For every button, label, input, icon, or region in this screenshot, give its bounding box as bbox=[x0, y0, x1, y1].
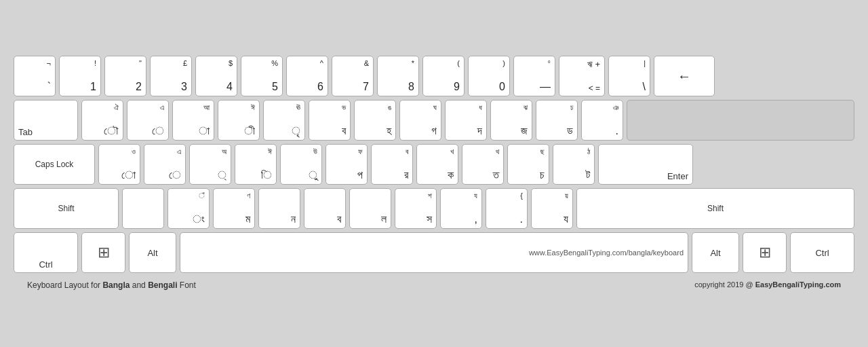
tab-key[interactable]: Tab bbox=[14, 100, 78, 141]
shift-right-label: Shift bbox=[707, 204, 724, 213]
key-w[interactable]: এ ে bbox=[127, 100, 169, 141]
ctrl-left-label: Ctrl bbox=[39, 259, 52, 270]
key-r[interactable]: ঈ ী bbox=[218, 100, 260, 141]
key-a[interactable]: ও ো bbox=[98, 144, 140, 185]
win-left-icon: ⊞ bbox=[98, 244, 110, 261]
key-bracket-l[interactable]: ঢ ড bbox=[536, 100, 578, 141]
win-right-icon: ⊞ bbox=[759, 244, 771, 261]
ctrl-left-key[interactable]: Ctrl bbox=[14, 232, 78, 273]
backspace-key[interactable]: ← bbox=[654, 56, 715, 96]
key-l[interactable]: থ ত bbox=[462, 144, 504, 185]
alt-right-label: Alt bbox=[710, 248, 720, 258]
tab-label: Tab bbox=[18, 127, 33, 137]
key-1[interactable]: ! 1 bbox=[59, 56, 101, 96]
key-equals[interactable]: ঋ + < = bbox=[559, 56, 605, 96]
key-period[interactable]: { . bbox=[486, 188, 528, 229]
win-left-key[interactable]: ⊞ bbox=[81, 232, 125, 273]
shift-left-key[interactable]: Shift bbox=[14, 188, 119, 229]
footer-left: Keyboard Layout for Bangla and Bengali F… bbox=[27, 280, 196, 290]
key-comma[interactable]: য , bbox=[440, 188, 482, 229]
key-o[interactable]: ধ দ bbox=[445, 100, 487, 141]
key-semicolon[interactable]: ছ চ bbox=[507, 144, 549, 185]
key-5[interactable]: % 5 bbox=[241, 56, 283, 96]
number-row: ¬ ` ! 1 " 2 £ 3 $ 4 % 5 ^ 6 & 7 bbox=[14, 56, 854, 96]
zxcv-row: Shift ঁ ং ণ ম ন ব ল শ স য bbox=[14, 188, 854, 229]
asdf-row: Caps Lock ও ো এ ে অ ্ ঈ ি উ ু ফ প ব র bbox=[14, 144, 854, 185]
key-u[interactable]: ঙ হ bbox=[354, 100, 396, 141]
alt-right-key[interactable]: Alt bbox=[692, 232, 739, 273]
ctrl-right-key[interactable]: Ctrl bbox=[790, 232, 854, 273]
key-h[interactable]: ফ প bbox=[326, 144, 368, 185]
key-quote[interactable]: ঠ ট bbox=[553, 144, 595, 185]
key-f[interactable]: ঈ ি bbox=[235, 144, 277, 185]
key-backtick[interactable]: ¬ ` bbox=[14, 56, 56, 96]
ctrl-right-label: Ctrl bbox=[815, 248, 829, 258]
footer-right-text: copyright 2019 @ EasyBengaliTyping.com bbox=[694, 280, 841, 289]
space-url-text: www.EasyBengaliTyping.com/bangla/keyboar… bbox=[529, 249, 684, 257]
key-q[interactable]: ঐ ৌ bbox=[81, 100, 123, 141]
key-bracket-r[interactable]: ঞ . bbox=[581, 100, 623, 141]
shift-left-label: Shift bbox=[58, 204, 74, 213]
key-4[interactable]: $ 4 bbox=[195, 56, 237, 96]
key-t[interactable]: ঊ ৃ bbox=[263, 100, 305, 141]
key-k[interactable]: খ ক bbox=[416, 144, 458, 185]
key-2[interactable]: " 2 bbox=[104, 56, 146, 96]
key-6[interactable]: ^ 6 bbox=[286, 56, 328, 96]
key-3[interactable]: £ 3 bbox=[150, 56, 192, 96]
key-y[interactable]: ভ ব bbox=[309, 100, 351, 141]
key-i[interactable]: ঘ গ bbox=[399, 100, 441, 141]
key-m[interactable]: শ স bbox=[395, 188, 437, 229]
shift-right-key[interactable]: Shift bbox=[576, 188, 854, 229]
enter-label: Enter bbox=[667, 171, 688, 181]
key-slash[interactable]: য় য bbox=[531, 188, 573, 229]
enter-key[interactable]: Enter bbox=[598, 144, 693, 185]
space-key[interactable]: www.EasyBengaliTyping.com/bangla/keyboar… bbox=[180, 232, 688, 273]
key-9[interactable]: ( 9 bbox=[422, 56, 465, 96]
key-c[interactable]: ণ ম bbox=[213, 188, 255, 229]
key-x[interactable]: ঁ ং bbox=[167, 188, 210, 229]
key-7[interactable]: & 7 bbox=[332, 56, 374, 96]
win-right-key[interactable]: ⊞ bbox=[743, 232, 787, 273]
key-backslash[interactable]: | \ bbox=[608, 56, 650, 96]
key-8[interactable]: * 8 bbox=[377, 56, 419, 96]
alt-left-key[interactable]: Alt bbox=[129, 232, 176, 273]
key-v[interactable]: ন bbox=[258, 188, 300, 229]
key-p[interactable]: ঝ জ bbox=[490, 100, 532, 141]
footer-left-text: Keyboard Layout for Bangla and Bengali F… bbox=[27, 280, 196, 290]
key-j[interactable]: ব র bbox=[371, 144, 413, 185]
keyboard-layout: ¬ ` ! 1 " 2 £ 3 $ 4 % 5 ^ 6 & 7 bbox=[0, 42, 868, 305]
key-n[interactable]: ল bbox=[349, 188, 391, 229]
key-enter-top bbox=[627, 100, 854, 141]
alt-left-label: Alt bbox=[147, 248, 157, 258]
footer-right: copyright 2019 @ EasyBengaliTyping.com bbox=[694, 280, 841, 290]
key-s[interactable]: এ ে bbox=[144, 144, 186, 185]
key-z[interactable] bbox=[122, 188, 164, 229]
backspace-icon: ← bbox=[677, 69, 691, 84]
key-g[interactable]: উ ু bbox=[280, 144, 322, 185]
key-b[interactable]: ব bbox=[304, 188, 346, 229]
key-e[interactable]: আ া bbox=[172, 100, 214, 141]
key-0[interactable]: ) 0 bbox=[468, 56, 510, 96]
caps-lock-key[interactable]: Caps Lock bbox=[14, 144, 95, 185]
bottom-row: Ctrl ⊞ Alt www.EasyBengaliTyping.com/ban… bbox=[14, 232, 854, 273]
footer: Keyboard Layout for Bangla and Bengali F… bbox=[14, 276, 854, 291]
key-minus[interactable]: ° — bbox=[513, 56, 555, 96]
key-d[interactable]: অ ্ bbox=[189, 144, 231, 185]
qwerty-row: Tab ঐ ৌ এ ে আ া ঈ ী ঊ ৃ ভ ব ঙ হ bbox=[14, 100, 854, 141]
caps-lock-label: Caps Lock bbox=[35, 160, 74, 169]
